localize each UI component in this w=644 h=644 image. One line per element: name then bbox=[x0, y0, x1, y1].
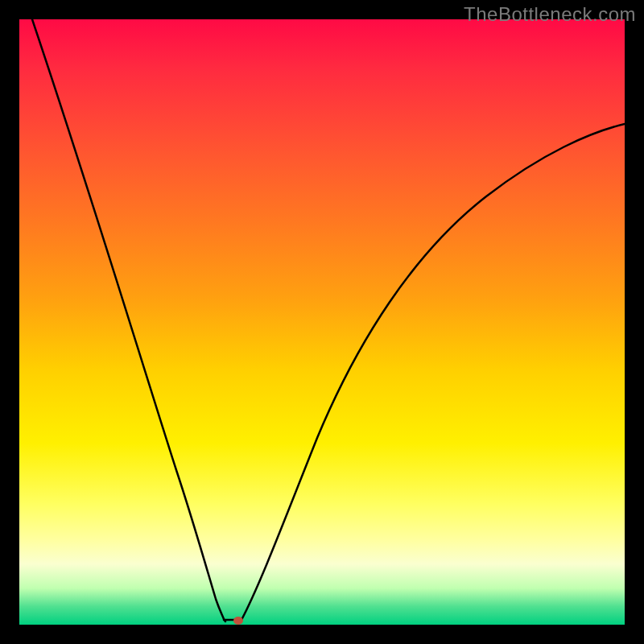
minimum-marker-icon bbox=[233, 617, 243, 625]
bottleneck-curve bbox=[19, 19, 625, 625]
chart-frame: TheBottleneck.com bbox=[0, 0, 644, 644]
plot-area bbox=[19, 19, 625, 625]
watermark-text: TheBottleneck.com bbox=[464, 3, 636, 26]
